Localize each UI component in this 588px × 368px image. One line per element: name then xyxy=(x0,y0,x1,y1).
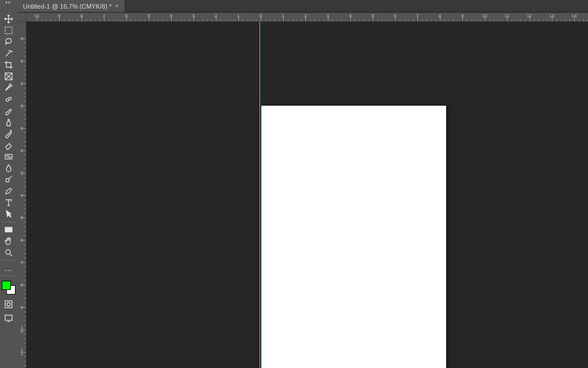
ruler-label: 4 xyxy=(349,13,351,18)
vertical-guide[interactable] xyxy=(260,22,260,368)
type-tool-icon[interactable] xyxy=(2,197,16,208)
foreground-color-swatch[interactable] xyxy=(2,281,11,290)
brush-tool-icon[interactable] xyxy=(2,105,16,117)
tool-separator xyxy=(2,276,16,276)
document-tab-title: Untitled-1 @ 16.7% (CMYK/8) * xyxy=(23,3,111,10)
ruler-label: 10 xyxy=(19,326,25,334)
ruler-label: 8 xyxy=(80,13,83,18)
mode-buttons xyxy=(2,299,16,324)
svg-point-8 xyxy=(7,303,10,306)
ruler-label: 6 xyxy=(394,13,396,18)
dodge-tool-icon[interactable] xyxy=(2,174,16,185)
toolbar-expand-handle[interactable]: ▸▸ xyxy=(0,0,17,4)
ruler-label: 7 xyxy=(103,13,105,18)
vertical-ruler[interactable]: 3210123456789101112 xyxy=(17,22,26,368)
tools-panel: … xyxy=(0,4,17,368)
quick-selection-tool-icon[interactable] xyxy=(2,48,16,59)
ruler-label: 11 xyxy=(19,348,25,356)
blur-tool-icon[interactable] xyxy=(2,162,16,174)
ruler-label: 1 xyxy=(237,13,239,18)
canvas-area[interactable] xyxy=(26,22,588,368)
ruler-label: 7 xyxy=(19,261,25,265)
ruler-label: 3 xyxy=(192,13,195,18)
ruler-label: 8 xyxy=(19,283,25,287)
ruler-label: 9 xyxy=(461,13,463,18)
ruler-label: 5 xyxy=(19,216,25,220)
ruler-label: 8 xyxy=(439,13,441,18)
ruler-label: 2 xyxy=(215,13,217,18)
ruler-label: 11 xyxy=(505,13,510,18)
ruler-label: 6 xyxy=(125,13,127,18)
tool-separator xyxy=(2,222,16,222)
screen-mode-icon[interactable] xyxy=(2,312,16,324)
document-canvas[interactable] xyxy=(261,106,446,368)
eyedropper-tool-icon[interactable] xyxy=(2,82,16,94)
ruler-label: 1 xyxy=(19,126,25,130)
ruler-label: 5 xyxy=(372,13,374,18)
ruler-label: 6 xyxy=(19,238,25,242)
clone-stamp-tool-icon[interactable] xyxy=(2,117,16,128)
workspace: 1098765432101234567891011121314 32101234… xyxy=(17,13,588,368)
ruler-label: 7 xyxy=(416,13,419,18)
ruler-label: 2 xyxy=(19,59,25,63)
ruler-label: 14 xyxy=(572,13,577,18)
history-brush-tool-icon[interactable] xyxy=(2,128,16,140)
ruler-label: 4 xyxy=(170,13,172,18)
ruler-label: 3 xyxy=(19,37,25,41)
horizontal-ruler[interactable]: 1098765432101234567891011121314 xyxy=(26,13,588,22)
spot-healing-brush-tool-icon[interactable] xyxy=(2,94,16,105)
svg-rect-5 xyxy=(5,227,12,232)
frame-tool-icon[interactable] xyxy=(2,71,16,82)
ruler-label: 12 xyxy=(527,13,532,18)
document-tab-bar: Untitled-1 @ 16.7% (CMYK/8) * × xyxy=(17,0,588,13)
svg-point-4 xyxy=(6,179,9,182)
rectangular-marquee-tool-icon[interactable] xyxy=(2,25,16,36)
eraser-tool-icon[interactable] xyxy=(2,140,16,151)
color-swatches[interactable] xyxy=(1,280,16,295)
ruler-label: 0 xyxy=(260,13,262,18)
gradient-tool-icon[interactable] xyxy=(2,151,16,162)
crop-tool-icon[interactable] xyxy=(2,59,16,71)
hand-tool-icon[interactable] xyxy=(2,235,16,247)
svg-rect-9 xyxy=(5,315,12,320)
ruler-label: 1 xyxy=(282,13,284,18)
ruler-label: 10 xyxy=(34,13,40,18)
ruler-label: 9 xyxy=(19,305,25,309)
path-selection-tool-icon[interactable] xyxy=(2,208,16,220)
ruler-label: 4 xyxy=(19,193,25,197)
ruler-label: 3 xyxy=(19,171,25,175)
ruler-label: 0 xyxy=(19,104,25,108)
ruler-label: 3 xyxy=(327,13,329,18)
ruler-label: 2 xyxy=(304,13,307,18)
zoom-tool-icon[interactable] xyxy=(2,247,16,258)
edit-toolbar-icon[interactable]: … xyxy=(2,262,16,274)
document-tab[interactable]: Untitled-1 @ 16.7% (CMYK/8) * × xyxy=(17,0,125,12)
svg-point-6 xyxy=(6,250,10,254)
rectangle-tool-icon[interactable] xyxy=(2,224,16,235)
ruler-origin-corner[interactable] xyxy=(17,13,26,22)
ruler-label: 13 xyxy=(550,13,555,18)
svg-rect-0 xyxy=(5,27,12,34)
ruler-label: 1 xyxy=(19,82,25,86)
ruler-label: 2 xyxy=(19,149,25,153)
lasso-tool-icon[interactable] xyxy=(2,36,16,48)
ruler-label: 5 xyxy=(148,13,150,18)
tool-separator xyxy=(2,260,16,261)
move-tool-icon[interactable] xyxy=(2,13,16,25)
ruler-label: 9 xyxy=(58,13,60,18)
close-tab-icon[interactable]: × xyxy=(115,3,118,9)
quick-mask-mode-icon[interactable] xyxy=(2,299,16,310)
pen-tool-icon[interactable] xyxy=(2,185,16,197)
ruler-label: 10 xyxy=(482,13,488,18)
